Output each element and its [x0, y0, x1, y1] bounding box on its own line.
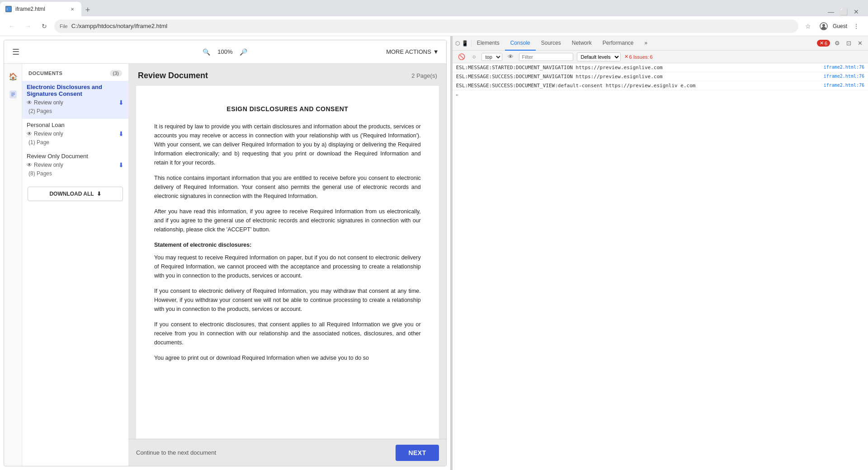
tab-performance[interactable]: Performance [597, 36, 639, 51]
tab-favicon: i [5, 6, 12, 12]
navigation-bar: ← → ↻ File C:/xampp/htdocs/notary/iframe… [0, 16, 868, 36]
documents-count: (3) [110, 70, 122, 76]
bookmark-icon[interactable]: ☆ [802, 20, 815, 33]
next-button[interactable]: NEXT [396, 445, 439, 461]
doc-review-label-3: 👁 Review only [27, 162, 63, 168]
doc-section-title: Statement of electronic disclosures: [154, 240, 421, 249]
back-button[interactable]: ← [5, 20, 18, 33]
filter-input[interactable] [519, 53, 573, 61]
more-actions-button[interactable]: MORE ACTIONS ▼ [386, 48, 439, 55]
devtools-right-icons: ✕ 6 ⚙ ⊡ ✕ [817, 38, 868, 48]
tab-elements[interactable]: Elements [472, 36, 505, 51]
minimize-button[interactable]: — [826, 7, 835, 16]
inspect-icon[interactable]: ⬡ [455, 40, 460, 47]
document-item-1[interactable]: Electronic Disclosures and Signatures Co… [22, 81, 128, 119]
main-area: ☰ 🔍 100% 🔎 MORE ACTIONS ▼ [0, 36, 868, 470]
issues-error-icon: ✕ [624, 54, 628, 60]
doc-content: ESIGN DISCLOSURES AND CONSENT It is requ… [136, 86, 439, 439]
error-icon: ✕ [820, 40, 824, 46]
error-badge: ✕ 6 [817, 40, 830, 47]
address-text: C:/xampp/htdocs/notary/iframe2.html [71, 23, 793, 29]
clear-console-icon[interactable]: 🚫 [456, 52, 467, 62]
focus-icon[interactable]: ⊡ [844, 38, 853, 48]
console-message-1: ESL:MESSAGE:STARTED:DOCUMENT_NAVIGATION … [453, 63, 868, 72]
address-bar[interactable]: File C:/xampp/htdocs/notary/iframe2.html [54, 19, 798, 33]
zoom-in-icon[interactable]: 🔎 [240, 48, 247, 56]
eye-icon-3: 👁 [27, 162, 32, 168]
doc-item-title-2: Personal Loan [27, 122, 124, 128]
eye-icon-2: 👁 [27, 131, 32, 137]
zoom-out-icon[interactable]: 🔍 [203, 48, 210, 56]
doc-item-title-1: Electronic Disclosures and Signatures Co… [27, 84, 124, 97]
home-icon[interactable]: 🏠 [6, 69, 20, 84]
devtools-toolbar: ⬡ 📱 Elements Console Sources Network Per… [453, 36, 868, 51]
console-msg-text-3: ESL:MESSAGE:SUCCESS:DOCUMENT_VIEW:defaul… [456, 83, 820, 89]
download-all-icon: ⬇ [97, 191, 101, 197]
tab-network[interactable]: Network [566, 36, 597, 51]
document-item-3[interactable]: Review Only Document 👁 Review only ⬇ (8)… [22, 150, 128, 181]
download-all-button[interactable]: DOWNLOAD ALL ⬇ [28, 187, 123, 201]
devtools-panel: ⬡ 📱 Elements Console Sources Network Per… [452, 36, 868, 470]
doc-para-5: You may request to receive Required Info… [154, 253, 421, 280]
doc-para-7: If you consent to electronic disclosures… [154, 320, 421, 347]
reload-button[interactable]: ↻ [38, 20, 51, 33]
console-msg-source-3[interactable]: iframe2.html:76 [824, 83, 864, 88]
doc-review-row-3: 👁 Review only ⬇ [27, 161, 124, 169]
doc-para-6: If you consent to electronic delivery of… [154, 287, 421, 314]
browser-tab[interactable]: i iframe2.html ✕ [0, 2, 81, 16]
download-icon-3[interactable]: ⬇ [118, 161, 124, 169]
preserve-log-icon[interactable]: ○ [471, 52, 478, 62]
toolbar-left: ☰ [9, 44, 22, 60]
console-msg-source-2[interactable]: iframe2.html:76 [824, 74, 864, 79]
doc-review-label-1: 👁 Review only [27, 99, 63, 106]
doc-para-2: This notice contains important informati… [154, 174, 421, 201]
device-icon[interactable]: 📱 [462, 40, 468, 47]
download-icon-2[interactable]: ⬇ [118, 130, 124, 137]
console-expand-row: ► [453, 90, 868, 99]
continue-text: Continue to the next document [136, 449, 216, 456]
document-item-2[interactable]: Personal Loan 👁 Review only ⬇ (1) Page [22, 119, 128, 150]
forward-button[interactable]: → [22, 20, 34, 33]
doc-para-8: You agree to print out or download Requi… [154, 353, 421, 362]
console-message-2: ESL:MESSAGE:SUCCESS:DOCUMENT_NAVIGATION … [453, 72, 868, 81]
tab-close-button[interactable]: ✕ [69, 5, 76, 13]
console-messages: ESL:MESSAGE:STARTED:DOCUMENT_NAVIGATION … [453, 63, 868, 470]
doc-viewer-title: Review Document [138, 71, 208, 80]
maximize-button[interactable]: ⬜ [839, 7, 848, 16]
toolbar-right: MORE ACTIONS ▼ [386, 48, 439, 55]
documents-label: DOCUMENTS [28, 70, 62, 76]
eye-filter-icon[interactable]: 👁 [506, 52, 515, 62]
tab-bar: i iframe2.html ✕ + — ⬜ ✕ [0, 0, 868, 16]
document-icon[interactable] [6, 87, 20, 102]
document-viewer: Review Document 2 Page(s) ESIGN DISCLOSU… [129, 64, 446, 466]
settings-icon[interactable]: ⚙ [833, 38, 842, 48]
svg-point-3 [822, 24, 825, 27]
download-icon-1[interactable]: ⬇ [118, 99, 124, 106]
hamburger-menu[interactable]: ☰ [9, 44, 22, 60]
close-button[interactable]: ✕ [852, 7, 861, 16]
eye-icon-1: 👁 [27, 99, 32, 106]
issues-count: ✕ 6 Issues: 6 [624, 54, 653, 60]
console-msg-text-2: ESL:MESSAGE:SUCCESS:DOCUMENT_NAVIGATION … [456, 74, 820, 80]
context-select[interactable]: top [481, 53, 502, 61]
tab-sources[interactable]: Sources [536, 36, 566, 51]
devtools-sub-toolbar: 🚫 ○ top 👁 Default levels ✕ 6 Issues: 6 [453, 51, 868, 63]
level-select[interactable]: Default levels [577, 52, 621, 61]
new-tab-button[interactable]: + [81, 4, 94, 16]
tab-more[interactable]: » [639, 36, 653, 51]
svg-text:i: i [7, 7, 8, 11]
devtools-close-icon[interactable]: ✕ [856, 38, 864, 48]
menu-icon[interactable]: ⋮ [850, 20, 863, 33]
console-msg-source-1[interactable]: iframe2.html:76 [824, 65, 864, 70]
doc-heading: ESIGN DISCLOSURES AND CONSENT [154, 104, 421, 114]
expand-arrow[interactable]: ► [456, 92, 459, 97]
doc-item-title-3: Review Only Document [27, 153, 124, 160]
profile-icon[interactable] [817, 20, 830, 33]
sidebar-panel: DOCUMENTS (3) Electronic Disclosures and… [22, 64, 129, 466]
app-area: ☰ 🔍 100% 🔎 MORE ACTIONS ▼ [4, 40, 447, 466]
app-toolbar: ☰ 🔍 100% 🔎 MORE ACTIONS ▼ [4, 40, 446, 64]
doc-pages-2: (1) Page [27, 138, 124, 147]
file-label: File [60, 24, 68, 29]
tab-console[interactable]: Console [505, 36, 536, 51]
nav-right-icons: ☆ Guest ⋮ [802, 20, 863, 33]
